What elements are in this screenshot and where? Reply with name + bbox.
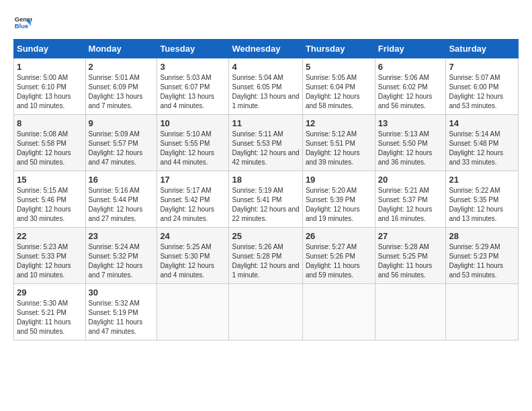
calendar-cell: 18Sunrise: 5:19 AM Sunset: 5:41 PM Dayli…	[229, 171, 302, 228]
day-info: Sunrise: 5:30 AM Sunset: 5:21 PM Dayligh…	[17, 299, 83, 336]
day-info: Sunrise: 5:07 AM Sunset: 6:00 PM Dayligh…	[449, 73, 515, 111]
calendar-cell: 9Sunrise: 5:09 AM Sunset: 5:57 PM Daylig…	[85, 115, 157, 171]
calendar-week-2: 8Sunrise: 5:08 AM Sunset: 5:58 PM Daylig…	[14, 115, 519, 171]
day-number: 23	[89, 231, 154, 241]
calendar-cell: 23Sunrise: 5:24 AM Sunset: 5:32 PM Dayli…	[85, 228, 157, 284]
day-number: 25	[232, 231, 299, 241]
day-info: Sunrise: 5:20 AM Sunset: 5:39 PM Dayligh…	[306, 186, 372, 224]
day-number: 24	[160, 231, 226, 241]
calendar-cell: 15Sunrise: 5:15 AM Sunset: 5:46 PM Dayli…	[14, 171, 86, 228]
calendar-week-3: 15Sunrise: 5:15 AM Sunset: 5:46 PM Dayli…	[14, 171, 519, 228]
calendar-cell	[446, 284, 519, 340]
day-number: 29	[17, 287, 83, 298]
day-number: 10	[160, 118, 226, 128]
svg-text:Blue: Blue	[15, 23, 28, 30]
day-number: 22	[17, 231, 83, 241]
day-number: 9	[89, 118, 154, 128]
calendar-week-1: 1Sunrise: 5:00 AM Sunset: 6:10 PM Daylig…	[14, 58, 519, 115]
calendar-cell: 29Sunrise: 5:30 AM Sunset: 5:21 PM Dayli…	[14, 284, 86, 340]
day-info: Sunrise: 5:15 AM Sunset: 5:46 PM Dayligh…	[17, 186, 83, 224]
calendar-cell: 10Sunrise: 5:10 AM Sunset: 5:55 PM Dayli…	[157, 115, 229, 171]
day-info: Sunrise: 5:25 AM Sunset: 5:30 PM Dayligh…	[160, 242, 226, 280]
calendar-cell: 27Sunrise: 5:28 AM Sunset: 5:25 PM Dayli…	[375, 228, 446, 284]
day-info: Sunrise: 5:03 AM Sunset: 6:07 PM Dayligh…	[160, 73, 226, 111]
calendar-cell: 30Sunrise: 5:32 AM Sunset: 5:19 PM Dayli…	[85, 284, 157, 340]
day-info: Sunrise: 5:23 AM Sunset: 5:33 PM Dayligh…	[17, 242, 83, 280]
day-number: 4	[232, 62, 299, 72]
day-number: 14	[449, 118, 515, 128]
day-info: Sunrise: 5:12 AM Sunset: 5:51 PM Dayligh…	[306, 130, 372, 167]
day-number: 20	[378, 175, 443, 185]
day-info: Sunrise: 5:26 AM Sunset: 5:28 PM Dayligh…	[232, 242, 299, 280]
day-info: Sunrise: 5:01 AM Sunset: 6:09 PM Dayligh…	[89, 73, 154, 111]
calendar-cell: 17Sunrise: 5:17 AM Sunset: 5:42 PM Dayli…	[157, 171, 229, 228]
calendar-cell	[375, 284, 446, 340]
calendar-cell	[302, 284, 375, 340]
calendar-cell: 11Sunrise: 5:11 AM Sunset: 5:53 PM Dayli…	[229, 115, 302, 171]
calendar-cell: 7Sunrise: 5:07 AM Sunset: 6:00 PM Daylig…	[446, 58, 519, 115]
day-number: 11	[232, 118, 299, 128]
day-info: Sunrise: 5:13 AM Sunset: 5:50 PM Dayligh…	[378, 130, 443, 167]
day-info: Sunrise: 5:22 AM Sunset: 5:35 PM Dayligh…	[449, 186, 515, 224]
column-header-sunday: Sunday	[14, 40, 86, 58]
day-info: Sunrise: 5:16 AM Sunset: 5:44 PM Dayligh…	[89, 186, 154, 224]
day-info: Sunrise: 5:17 AM Sunset: 5:42 PM Dayligh…	[160, 186, 226, 224]
calendar-cell: 4Sunrise: 5:04 AM Sunset: 6:05 PM Daylig…	[229, 58, 302, 115]
day-info: Sunrise: 5:00 AM Sunset: 6:10 PM Dayligh…	[17, 73, 83, 111]
day-info: Sunrise: 5:24 AM Sunset: 5:32 PM Dayligh…	[89, 242, 154, 280]
calendar-table: SundayMondayTuesdayWednesdayThursdayFrid…	[13, 39, 519, 340]
calendar-cell: 19Sunrise: 5:20 AM Sunset: 5:39 PM Dayli…	[302, 171, 375, 228]
day-number: 27	[378, 231, 443, 241]
day-number: 1	[17, 62, 83, 72]
day-info: Sunrise: 5:21 AM Sunset: 5:37 PM Dayligh…	[378, 186, 443, 224]
day-number: 16	[89, 175, 154, 185]
day-number: 2	[89, 62, 154, 72]
day-info: Sunrise: 5:28 AM Sunset: 5:25 PM Dayligh…	[378, 242, 443, 280]
day-info: Sunrise: 5:04 AM Sunset: 6:05 PM Dayligh…	[232, 73, 299, 111]
calendar-cell: 16Sunrise: 5:16 AM Sunset: 5:44 PM Dayli…	[85, 171, 157, 228]
logo: General Blue	[13, 13, 35, 32]
day-info: Sunrise: 5:19 AM Sunset: 5:41 PM Dayligh…	[232, 186, 299, 224]
calendar-cell: 2Sunrise: 5:01 AM Sunset: 6:09 PM Daylig…	[85, 58, 157, 115]
day-number: 18	[232, 175, 299, 185]
day-number: 17	[160, 175, 226, 185]
day-info: Sunrise: 5:08 AM Sunset: 5:58 PM Dayligh…	[17, 130, 83, 167]
day-number: 7	[449, 62, 515, 72]
day-info: Sunrise: 5:27 AM Sunset: 5:26 PM Dayligh…	[306, 242, 372, 280]
calendar-cell: 8Sunrise: 5:08 AM Sunset: 5:58 PM Daylig…	[14, 115, 86, 171]
calendar-cell: 14Sunrise: 5:14 AM Sunset: 5:48 PM Dayli…	[446, 115, 519, 171]
logo-icon: General Blue	[13, 13, 32, 32]
calendar-cell: 28Sunrise: 5:29 AM Sunset: 5:23 PM Dayli…	[446, 228, 519, 284]
day-number: 6	[378, 62, 443, 72]
calendar-cell	[157, 284, 229, 340]
calendar-cell: 5Sunrise: 5:05 AM Sunset: 6:04 PM Daylig…	[302, 58, 375, 115]
day-info: Sunrise: 5:29 AM Sunset: 5:23 PM Dayligh…	[449, 242, 515, 280]
day-number: 21	[449, 175, 515, 185]
calendar-cell: 22Sunrise: 5:23 AM Sunset: 5:33 PM Dayli…	[14, 228, 86, 284]
day-info: Sunrise: 5:06 AM Sunset: 6:02 PM Dayligh…	[378, 73, 443, 111]
day-info: Sunrise: 5:09 AM Sunset: 5:57 PM Dayligh…	[89, 130, 154, 167]
calendar-cell	[229, 284, 302, 340]
column-header-saturday: Saturday	[446, 40, 519, 58]
calendar-cell: 25Sunrise: 5:26 AM Sunset: 5:28 PM Dayli…	[229, 228, 302, 284]
calendar-cell: 1Sunrise: 5:00 AM Sunset: 6:10 PM Daylig…	[14, 58, 86, 115]
day-info: Sunrise: 5:11 AM Sunset: 5:53 PM Dayligh…	[232, 130, 299, 167]
calendar-cell: 20Sunrise: 5:21 AM Sunset: 5:37 PM Dayli…	[375, 171, 446, 228]
calendar-week-5: 29Sunrise: 5:30 AM Sunset: 5:21 PM Dayli…	[14, 284, 519, 340]
calendar-cell: 3Sunrise: 5:03 AM Sunset: 6:07 PM Daylig…	[157, 58, 229, 115]
column-header-thursday: Thursday	[302, 40, 375, 58]
calendar-week-4: 22Sunrise: 5:23 AM Sunset: 5:33 PM Dayli…	[14, 228, 519, 284]
calendar-cell: 26Sunrise: 5:27 AM Sunset: 5:26 PM Dayli…	[302, 228, 375, 284]
day-info: Sunrise: 5:32 AM Sunset: 5:19 PM Dayligh…	[89, 299, 154, 336]
calendar-header-row: SundayMondayTuesdayWednesdayThursdayFrid…	[14, 40, 519, 58]
day-number: 26	[306, 231, 372, 241]
column-header-friday: Friday	[375, 40, 446, 58]
day-number: 15	[17, 175, 83, 185]
day-info: Sunrise: 5:10 AM Sunset: 5:55 PM Dayligh…	[160, 130, 226, 167]
day-number: 3	[160, 62, 226, 72]
day-number: 5	[306, 62, 372, 72]
page-header: General Blue	[13, 13, 519, 32]
calendar-cell: 12Sunrise: 5:12 AM Sunset: 5:51 PM Dayli…	[302, 115, 375, 171]
column-header-wednesday: Wednesday	[229, 40, 302, 58]
day-number: 19	[306, 175, 372, 185]
